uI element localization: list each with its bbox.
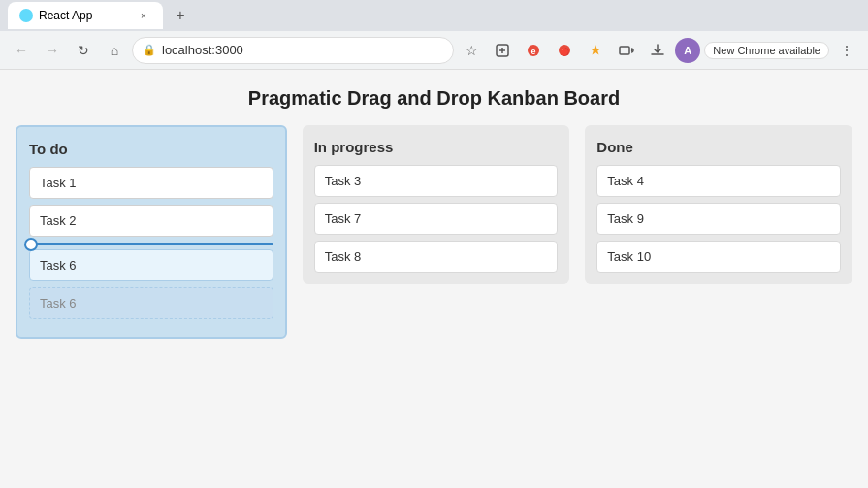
list-item[interactable]: Task 3 (314, 165, 559, 197)
home-button[interactable]: ⌂ (101, 37, 128, 64)
list-item[interactable]: Task 1 (29, 167, 273, 199)
tab-label: React App (39, 9, 92, 22)
column-done: Done Task 4 Task 9 Task 10 (585, 125, 852, 284)
list-item[interactable]: Task 4 (596, 165, 841, 197)
column-todo-title: To do (29, 141, 273, 157)
address-bar[interactable]: 🔒 localhost:3000 (132, 37, 454, 64)
drop-indicator (29, 243, 273, 245)
browser-toolbar: ← → ↻ ⌂ 🔒 localhost:3000 ☆ e 🔴 (0, 31, 868, 70)
back-button[interactable]: ← (8, 37, 35, 64)
list-item[interactable]: Task 10 (596, 241, 841, 273)
extension-icon3[interactable]: 🔴 (551, 37, 578, 64)
forward-button[interactable]: → (39, 37, 66, 64)
list-item[interactable]: Task 8 (314, 241, 559, 273)
list-item[interactable]: Task 9 (596, 203, 841, 235)
tab-close-button[interactable]: × (136, 8, 151, 23)
toolbar-right: ☆ e 🔴 A New Chrome available ⋮ (458, 37, 860, 64)
reload-button[interactable]: ↻ (70, 37, 97, 64)
download-icon[interactable] (644, 37, 671, 64)
list-item[interactable]: Task 6 (29, 249, 273, 281)
tab-favicon (19, 9, 33, 22)
tab-bar: React App × + (0, 0, 868, 31)
page-title: Pragmatic Drag and Drop Kanban Board (0, 70, 868, 125)
bookmark-icon[interactable]: ☆ (458, 37, 485, 64)
extension-icon2[interactable]: e (520, 37, 547, 64)
column-todo: To do Task 1 Task 2 Task 6 Task 6 (16, 125, 287, 339)
chrome-available-banner[interactable]: New Chrome available (704, 42, 829, 59)
svg-text:🔴: 🔴 (560, 47, 569, 56)
browser-window: React App × + ← → ↻ ⌂ 🔒 localhost:3000 ☆… (0, 0, 868, 488)
kanban-board: To do Task 1 Task 2 Task 6 Task 6 (0, 125, 868, 354)
profile-avatar[interactable]: A (675, 38, 700, 63)
list-item[interactable]: Task 2 (29, 205, 273, 237)
task-card-ghost: Task 6 (29, 287, 273, 319)
column-done-title: Done (596, 139, 841, 155)
address-text: localhost:3000 (162, 43, 243, 57)
column-inprogress-title: In progress (314, 139, 559, 155)
cast-icon[interactable] (613, 37, 640, 64)
svg-text:e: e (531, 47, 536, 56)
list-item[interactable]: Task 7 (314, 203, 559, 235)
lock-icon: 🔒 (143, 44, 156, 56)
app-content: Pragmatic Drag and Drop Kanban Board To … (0, 70, 868, 488)
extension-icon1[interactable] (489, 37, 516, 64)
more-options-icon[interactable]: ⋮ (833, 37, 860, 64)
active-tab[interactable]: React App × (8, 2, 163, 29)
new-tab-button[interactable]: + (167, 2, 194, 29)
extension-icon4[interactable] (582, 37, 609, 64)
svg-rect-5 (620, 47, 629, 54)
column-inprogress: In progress Task 3 Task 7 Task 8 (303, 125, 570, 284)
